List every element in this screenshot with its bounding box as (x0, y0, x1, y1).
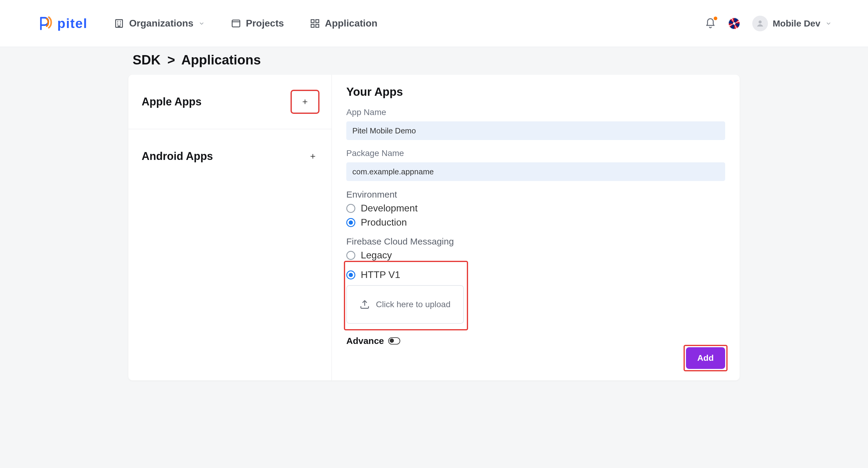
top-nav: Organizations Projects Application (114, 18, 377, 29)
user-menu[interactable]: Mobile Dev (752, 16, 832, 31)
upload-button[interactable]: Click here to upload (346, 285, 464, 324)
field-fcm: Firebase Cloud Messaging Legacy HTTP V1 … (346, 236, 725, 327)
notifications-button[interactable] (705, 18, 716, 29)
fcm-legacy-label: Legacy (361, 250, 392, 261)
env-development-option[interactable]: Development (346, 203, 725, 214)
package-name-input[interactable] (346, 162, 725, 181)
chevron-down-icon (825, 20, 832, 27)
env-production-label: Production (361, 217, 407, 228)
plus-icon (309, 153, 317, 160)
advance-toggle[interactable] (388, 337, 400, 344)
fcm-httpv1-option[interactable]: HTTP V1 (346, 269, 464, 280)
apple-apps-title: Apple Apps (142, 96, 202, 108)
svg-rect-3 (316, 20, 319, 23)
add-button-label: Add (698, 353, 714, 363)
nav-organizations[interactable]: Organizations (114, 18, 205, 29)
add-android-app-button[interactable] (307, 151, 318, 162)
app-name-input[interactable] (346, 121, 725, 140)
radio-selected-icon (346, 270, 355, 279)
add-apple-app-button[interactable] (292, 91, 318, 113)
notification-dot (714, 16, 717, 20)
upload-label: Click here to upload (376, 300, 450, 309)
fcm-httpv1-highlight: HTTP V1 Click here to upload (346, 264, 466, 327)
language-flag-uk-icon[interactable] (728, 18, 740, 30)
apple-apps-row: Apple Apps (128, 75, 332, 129)
avatar-icon (752, 16, 768, 31)
field-app-name: App Name (346, 107, 725, 140)
nav-application[interactable]: Application (310, 18, 377, 29)
app-header: pitel Organizations Projects Application… (0, 0, 868, 47)
environment-label: Environment (346, 190, 725, 200)
env-production-option[interactable]: Production (346, 217, 725, 228)
app-name-label: App Name (346, 107, 725, 117)
nav-application-label: Application (325, 18, 377, 29)
field-package-name: Package Name (346, 148, 725, 181)
form-title: Your Apps (346, 86, 725, 98)
radio-icon (346, 204, 355, 213)
nav-organizations-label: Organizations (129, 18, 193, 29)
fcm-legacy-option[interactable]: Legacy (346, 250, 725, 261)
advance-toggle-row: Advance (346, 336, 725, 346)
fcm-httpv1-label: HTTP V1 (361, 269, 400, 280)
radio-selected-icon (346, 218, 355, 227)
page: SDK > Applications Apple Apps Android Ap… (0, 47, 868, 380)
android-apps-row: Android Apps (128, 129, 332, 183)
env-development-label: Development (361, 203, 418, 214)
svg-rect-4 (311, 24, 314, 27)
chevron-down-icon (198, 20, 205, 27)
svg-rect-1 (232, 20, 240, 27)
applications-card: Apple Apps Android Apps Your Apps App Na… (128, 75, 740, 380)
breadcrumb-separator: > (164, 53, 178, 67)
svg-rect-5 (316, 24, 319, 27)
user-display-name: Mobile Dev (773, 19, 820, 29)
window-icon (231, 19, 241, 29)
radio-icon (346, 251, 355, 260)
building-icon (114, 19, 124, 29)
svg-point-6 (758, 21, 762, 24)
svg-rect-2 (311, 20, 314, 23)
person-icon (755, 19, 765, 28)
brand-logo-icon (36, 15, 53, 32)
upload-icon (360, 299, 370, 310)
android-apps-title: Android Apps (142, 150, 213, 163)
fcm-label: Firebase Cloud Messaging (346, 236, 725, 247)
app-form: Your Apps App Name Package Name Environm… (332, 75, 740, 380)
nav-projects-label: Projects (246, 18, 284, 29)
brand-name: pitel (57, 16, 87, 31)
header-right: Mobile Dev (705, 16, 832, 31)
nav-projects[interactable]: Projects (231, 18, 284, 29)
plus-icon (301, 98, 309, 106)
grid-icon (310, 19, 320, 29)
field-environment: Environment Development Production (346, 190, 725, 228)
form-footer-actions: Add (684, 345, 727, 371)
breadcrumb-root[interactable]: SDK (133, 53, 161, 67)
platforms-sidebar: Apple Apps Android Apps (128, 75, 332, 380)
advance-label: Advance (346, 336, 384, 346)
brand[interactable]: pitel (36, 15, 87, 32)
add-button[interactable]: Add (686, 347, 725, 369)
breadcrumb: SDK > Applications (133, 53, 868, 67)
add-button-highlight: Add (684, 345, 727, 371)
package-name-label: Package Name (346, 148, 725, 158)
breadcrumb-current: Applications (181, 53, 261, 67)
